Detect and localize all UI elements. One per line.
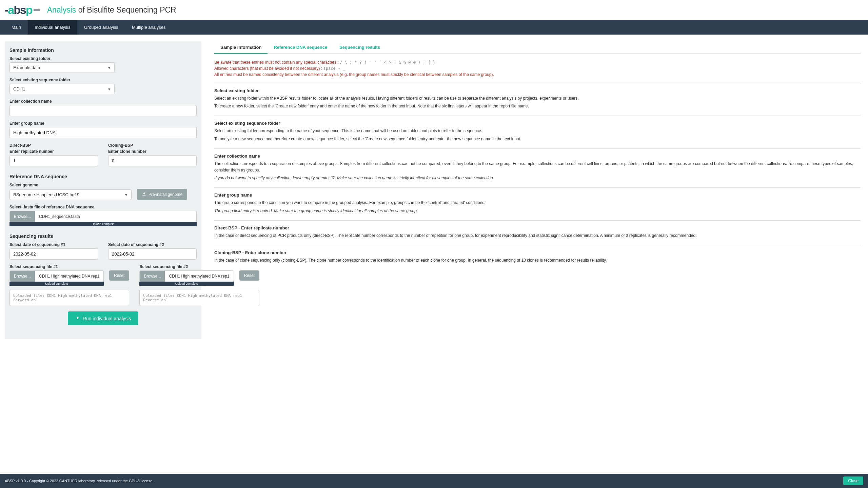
help-tabs: Sample information Reference DNA sequenc…	[214, 41, 861, 54]
help-s6-p1: In the case of clone sequencing only (cl…	[214, 257, 861, 264]
sample-info-heading: Sample information	[9, 47, 197, 53]
browse-button[interactable]: Browse...	[10, 271, 35, 282]
clone-input[interactable]	[108, 155, 197, 166]
upload-progress: Upload complete	[9, 222, 197, 226]
preinstall-genome-button[interactable]: Pre-install genome	[137, 189, 187, 200]
help-s1-p1: Select an existing folder within the ABS…	[214, 95, 861, 102]
seqfile1-name: CDH1 High methylated DNA rep1	[35, 271, 103, 282]
date2-label: Select date of sequencing #2	[108, 242, 197, 247]
tab-seq-results[interactable]: Sequencing results	[333, 41, 386, 54]
logo-dash-icon	[34, 9, 40, 11]
help-s4-p2: The group field entry is required. Make …	[214, 208, 861, 214]
play-icon	[75, 316, 80, 321]
nav-multiple-analyses[interactable]: Multiple analyses	[125, 20, 173, 35]
seq-results-heading: Sequencing results	[9, 233, 197, 239]
date1-label: Select date of sequencing #1	[9, 242, 98, 247]
warning-allowed: Allowed characters (that must be avoided…	[214, 66, 861, 71]
help-s2-title: Select existing sequence folder	[214, 121, 861, 126]
help-s1-title: Select existing folder	[214, 88, 861, 93]
replicate-label: Enter replicate number	[9, 149, 98, 154]
help-s4-p1: The group corresponds to the condition y…	[214, 200, 861, 206]
help-s2-p1: Select an existing folder corresponding …	[214, 128, 861, 134]
seqfile1-input[interactable]: Browse... CDH1 High methylated DNA rep1	[9, 270, 104, 282]
date2-input[interactable]	[108, 248, 197, 260]
upload-progress: Upload complete	[139, 282, 234, 286]
help-s6-title: Cloning-BSP - Enter clone number	[214, 250, 861, 255]
genome-select[interactable]: BSgenome.Hsapiens.UCSC.hg19 ▼	[9, 189, 132, 200]
warning-chars: Be aware that these entries must not con…	[214, 60, 861, 65]
fasta-label: Select .fasta file of reference DNA sequ…	[9, 205, 197, 209]
cloning-bsp-label: Cloning-BSP	[108, 143, 197, 148]
nav-individual-analysis[interactable]: Individual analysis	[28, 20, 77, 35]
seqfile1-label: Select sequencing file #1	[9, 264, 129, 269]
warning-consistency: All entries must be named consistently b…	[214, 72, 861, 77]
app-title: Analysis of Bisulfite Sequencing PCR	[47, 5, 176, 15]
seqfolder-select[interactable]: CDH1 ▼	[9, 84, 115, 94]
replicate-input[interactable]	[9, 155, 98, 166]
help-s2-p2: To analyze a new sequence and therefore …	[214, 136, 861, 142]
form-panel: Sample information Select existing folde…	[5, 41, 201, 339]
help-panel: Sample information Reference DNA sequenc…	[212, 41, 863, 339]
date1-input[interactable]	[9, 248, 98, 260]
reset-seqfile1-button[interactable]: Reset	[109, 270, 129, 281]
tab-sample-info[interactable]: Sample information	[214, 41, 268, 54]
nav-main[interactable]: Main	[5, 20, 28, 35]
group-label: Enter group name	[9, 121, 197, 126]
direct-bsp-label: Direct-BSP	[9, 143, 98, 148]
main-nav: Main Individual analysis Grouped analysi…	[0, 20, 868, 35]
browse-button[interactable]: Browse...	[140, 271, 165, 282]
help-s3-p1: The collection corresponds to a separati…	[214, 161, 861, 174]
help-s5-title: Direct-BSP - Enter replicate number	[214, 225, 861, 230]
group-input[interactable]	[9, 127, 197, 138]
clone-label: Enter clone number	[108, 149, 197, 154]
collection-label: Enter collection name	[9, 99, 197, 104]
fasta-file-input[interactable]: Browse... CDH1_sequence.fasta	[9, 211, 197, 222]
browse-button[interactable]: Browse...	[10, 211, 35, 222]
uploaded-file1-info: Uploaded file: CDH1 High methylated DNA …	[9, 290, 129, 306]
app-header: -absp Analysis of Bisulfite Sequencing P…	[0, 0, 868, 20]
genome-label: Select genome	[9, 183, 197, 187]
collection-input[interactable]	[9, 105, 197, 116]
help-s1-p2: To create a new folder, select the 'Crea…	[214, 103, 861, 109]
fasta-filename: CDH1_sequence.fasta	[35, 211, 196, 222]
tab-ref-dna[interactable]: Reference DNA sequence	[268, 41, 333, 54]
folder-select[interactable]: Example data ▼	[9, 62, 115, 73]
ref-dna-heading: Reference DNA sequence	[9, 174, 197, 179]
help-s4-title: Enter group name	[214, 192, 861, 198]
seqfolder-label: Select existing sequence folder	[9, 78, 197, 82]
nav-grouped-analysis[interactable]: Grouped analysis	[77, 20, 125, 35]
run-analysis-button[interactable]: Run individual analysis	[68, 311, 138, 325]
help-s5-p1: In the case of direct sequencing of PCR …	[214, 232, 861, 239]
logo: -absp	[5, 3, 40, 17]
help-s3-title: Enter collection name	[214, 154, 861, 159]
upload-progress: Upload complete	[9, 282, 104, 286]
download-icon	[142, 191, 146, 197]
folder-label: Select existing folder	[9, 56, 197, 61]
help-s3-p2: If you do not want to specify any collec…	[214, 175, 861, 181]
